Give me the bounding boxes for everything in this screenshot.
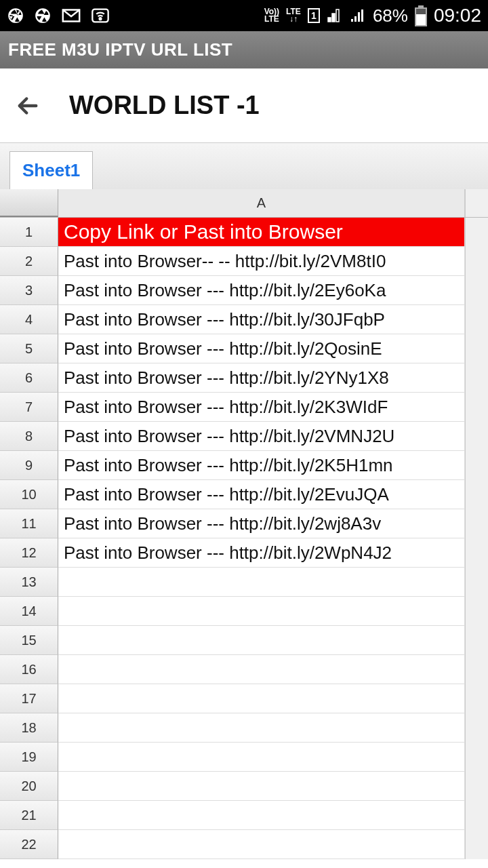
vertical-scrollbar[interactable] <box>465 830 488 859</box>
row-header[interactable]: 15 <box>0 626 58 655</box>
vertical-scrollbar[interactable] <box>465 218 488 247</box>
vertical-scrollbar[interactable] <box>465 422 488 451</box>
lte-indicator: LTE↓↑ <box>286 8 301 23</box>
cell[interactable] <box>58 713 465 743</box>
row-header[interactable]: 4 <box>0 305 58 334</box>
cell[interactable]: Past into Browser --- http://bit.ly/2wj8… <box>58 509 465 538</box>
row-header[interactable]: 13 <box>0 568 58 597</box>
row-header[interactable]: 22 <box>0 830 58 859</box>
back-button[interactable] <box>14 92 42 120</box>
row-header[interactable]: 14 <box>0 597 58 626</box>
table-row: 9Past into Browser --- http://bit.ly/2K5… <box>0 451 488 480</box>
signal-bars-icon <box>327 8 343 23</box>
table-row: 14 <box>0 597 488 626</box>
row-header[interactable]: 9 <box>0 451 58 480</box>
vertical-scrollbar[interactable] <box>465 334 488 363</box>
tab-sheet1[interactable]: Sheet1 <box>9 151 93 189</box>
vertical-scrollbar[interactable] <box>465 801 488 830</box>
vertical-scrollbar[interactable] <box>465 480 488 509</box>
column-header-row: A <box>0 189 488 218</box>
row-header[interactable]: 18 <box>0 713 58 743</box>
select-all-corner[interactable] <box>0 189 58 217</box>
wifi-icon <box>91 7 110 24</box>
cell[interactable]: Past into Browser --- http://bit.ly/2K5H… <box>58 451 465 480</box>
sim-indicator: 1 <box>308 8 320 23</box>
cell[interactable] <box>58 597 465 626</box>
cell[interactable]: Past into Browser --- http://bit.ly/30JF… <box>58 305 465 334</box>
vertical-scrollbar[interactable] <box>465 597 488 626</box>
cell[interactable]: Copy Link or Past into Browser <box>58 218 465 247</box>
cell[interactable] <box>58 568 465 597</box>
vertical-scrollbar[interactable] <box>465 626 488 655</box>
row-header[interactable]: 19 <box>0 743 58 772</box>
column-header-a[interactable]: A <box>58 189 465 217</box>
table-row: 13 <box>0 568 488 597</box>
vertical-scrollbar[interactable] <box>465 451 488 480</box>
cell[interactable]: Past into Browser --- http://bit.ly/2K3W… <box>58 393 465 422</box>
row-header[interactable]: 21 <box>0 801 58 830</box>
cell[interactable]: Past into Browser --- http://bit.ly/2Ey6… <box>58 276 465 305</box>
vertical-scrollbar[interactable] <box>465 393 488 422</box>
vertical-scrollbar[interactable] <box>465 276 488 305</box>
row-header[interactable]: 8 <box>0 422 58 451</box>
page-header: WORLD LIST -1 <box>0 68 488 143</box>
vertical-scrollbar[interactable] <box>465 247 488 276</box>
clock: 09:02 <box>434 5 481 26</box>
vertical-scrollbar[interactable] <box>465 363 488 393</box>
vertical-scrollbar[interactable] <box>465 713 488 743</box>
table-row: 20 <box>0 772 488 801</box>
row-header[interactable]: 17 <box>0 684 58 713</box>
table-row: 1Copy Link or Past into Browser <box>0 218 488 247</box>
vertical-scrollbar[interactable] <box>465 655 488 684</box>
cell[interactable] <box>58 830 465 859</box>
row-header[interactable]: 16 <box>0 655 58 684</box>
table-row: 11Past into Browser --- http://bit.ly/2w… <box>0 509 488 538</box>
table-row: 7Past into Browser --- http://bit.ly/2K3… <box>0 393 488 422</box>
cell[interactable] <box>58 801 465 830</box>
table-row: 19 <box>0 743 488 772</box>
vertical-scrollbar[interactable] <box>465 305 488 334</box>
row-header[interactable]: 1 <box>0 218 58 247</box>
vertical-scrollbar[interactable] <box>465 743 488 772</box>
row-header[interactable]: 11 <box>0 509 58 538</box>
table-row: 16 <box>0 655 488 684</box>
cell[interactable] <box>58 772 465 801</box>
sheet-tab-strip: Sheet1 <box>0 143 488 189</box>
cell[interactable] <box>58 655 465 684</box>
row-header[interactable]: 6 <box>0 363 58 393</box>
vertical-scrollbar[interactable] <box>465 684 488 713</box>
row-header[interactable]: 2 <box>0 247 58 276</box>
cell[interactable]: Past into Browser --- http://bit.ly/2Evu… <box>58 480 465 509</box>
app-title-bar: FREE M3U IPTV URL LIST <box>0 31 488 68</box>
cell[interactable]: Past into Browser --- http://bit.ly/2YNy… <box>58 363 465 393</box>
cell[interactable] <box>58 684 465 713</box>
row-header[interactable]: 5 <box>0 334 58 363</box>
vertical-scrollbar[interactable] <box>465 189 488 217</box>
battery-percentage: 68% <box>373 5 408 26</box>
row-header[interactable]: 20 <box>0 772 58 801</box>
table-row: 5Past into Browser --- http://bit.ly/2Qo… <box>0 334 488 363</box>
page-title: WORLD LIST -1 <box>69 91 260 120</box>
app-title: FREE M3U IPTV URL LIST <box>8 39 232 60</box>
cell[interactable]: Past into Browser-- -- http://bit.ly/2VM… <box>58 247 465 276</box>
row-header[interactable]: 3 <box>0 276 58 305</box>
table-row: 2Past into Browser-- -- http://bit.ly/2V… <box>0 247 488 276</box>
vertical-scrollbar[interactable] <box>465 568 488 597</box>
cell[interactable]: Past into Browser --- http://bit.ly/2WpN… <box>58 538 465 568</box>
cell[interactable]: Past into Browser --- http://bit.ly/2VMN… <box>58 422 465 451</box>
signal-bars-icon <box>350 8 366 23</box>
row-header[interactable]: 10 <box>0 480 58 509</box>
vertical-scrollbar[interactable] <box>465 538 488 568</box>
spreadsheet: A 1Copy Link or Past into Browser2Past i… <box>0 189 488 859</box>
vertical-scrollbar[interactable] <box>465 509 488 538</box>
cell[interactable] <box>58 743 465 772</box>
row-header[interactable]: 7 <box>0 393 58 422</box>
cell[interactable] <box>58 626 465 655</box>
table-row: 18 <box>0 713 488 743</box>
cell[interactable]: Past into Browser --- http://bit.ly/2Qos… <box>58 334 465 363</box>
battery-icon <box>415 5 427 26</box>
status-bar: Vo))LTE LTE↓↑ 1 68% 09:02 <box>0 0 488 31</box>
svg-point-1 <box>100 18 102 20</box>
vertical-scrollbar[interactable] <box>465 772 488 801</box>
row-header[interactable]: 12 <box>0 538 58 568</box>
